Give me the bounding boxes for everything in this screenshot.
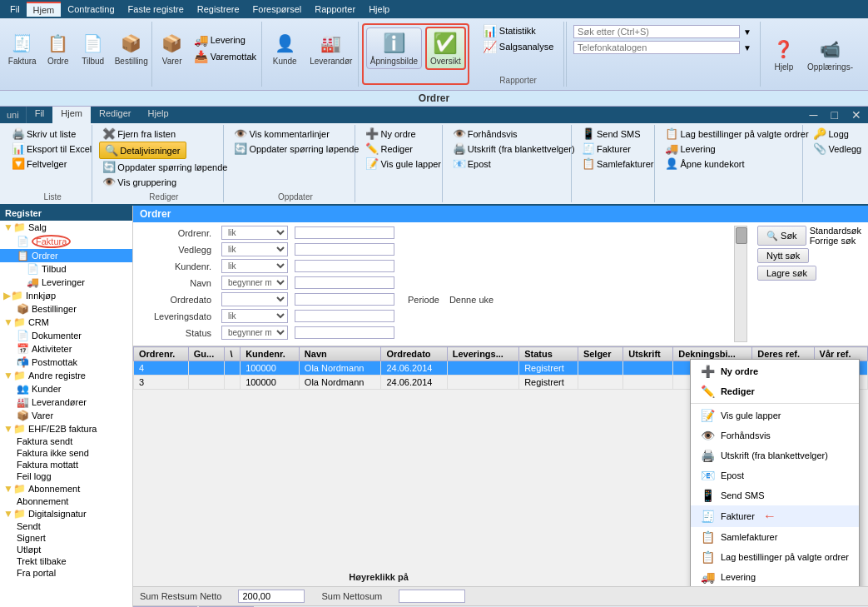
sidebar-item-signert[interactable]: Signert — [0, 532, 132, 544]
standardsok-button[interactable]: Standardsøk — [810, 226, 861, 236]
inner-tab-rediger[interactable]: Rediger — [91, 107, 140, 123]
fakturer-button[interactable]: 🧾 Fakturer — [578, 142, 634, 156]
lagre-sok-button[interactable]: Lagre søk — [757, 266, 816, 281]
fjern-fra-listen-button[interactable]: ✖️ Fjern fra listen — [99, 127, 179, 141]
window-maximize[interactable]: □ — [825, 107, 845, 123]
menu-foresporsel[interactable]: Forespørsel — [246, 2, 309, 16]
search-input-telefonkatalog[interactable] — [573, 41, 740, 54]
hjelp-button[interactable]: ❓ Hjelp — [767, 34, 801, 74]
forhandsvis-button[interactable]: 👁️ Forhåndsvis — [449, 127, 521, 141]
menu-faste-registre[interactable]: Faste registre — [122, 2, 191, 16]
sidebar-item-innkjop[interactable]: ▶📁 Innkjøp — [0, 289, 132, 302]
table-scroll[interactable]: Ordrenr. Gu... \ Kundenr. Navn Ordredato… — [133, 346, 868, 586]
status-operator[interactable]: begynner med — [221, 326, 288, 340]
menu-rapporter[interactable]: Rapporter — [308, 2, 362, 16]
samlefakturer-button[interactable]: 📋 Samlefakturer — [578, 157, 657, 171]
vedlegg-button[interactable]: 📎 Vedlegg — [810, 142, 865, 156]
skriv-ut-liste-button[interactable]: 🖨️ Skriv ut liste — [8, 127, 79, 141]
inner-tab-hjem[interactable]: Hjem — [52, 107, 91, 123]
col-utskrift[interactable]: Utskrift — [623, 347, 673, 361]
ctx-vis-gule[interactable]: 📝 Vis gule lapper — [691, 405, 859, 425]
sidebar-item-varer[interactable]: 📦 Varer — [0, 409, 132, 422]
col-ordrenr[interactable]: Ordrenr. — [134, 347, 189, 361]
sidebar-item-ordrer[interactable]: 📋 Ordrer — [0, 249, 132, 262]
sidebar-item-crm[interactable]: ▼📁 CRM — [0, 316, 132, 329]
vedlegg-value[interactable] — [295, 243, 394, 256]
sidebar-item-faktura-ikke[interactable]: Faktura ikke send — [0, 447, 132, 459]
kunde-button[interactable]: 👤 Kunde — [266, 28, 303, 68]
ctx-ny-ordre[interactable]: ➕ Ny ordre — [691, 361, 859, 381]
ordredato-operator[interactable] — [221, 292, 288, 306]
ctx-fakturer[interactable]: 🧾 Fakturer ← — [691, 505, 859, 527]
ctx-lag-bestillinger[interactable]: 📋 Lag bestillinger på valgte ordrer — [691, 547, 859, 567]
vis-kommentarlinjer-button[interactable]: 👁️ Vis kommentarlinjer — [231, 127, 332, 141]
sidebar-item-fra-portal[interactable]: Fra portal — [0, 567, 132, 579]
leveringsdato-operator[interactable]: lik — [221, 309, 288, 323]
detaljvisninger-button[interactable]: 🔍 Detaljvisninger — [99, 142, 186, 159]
navn-operator[interactable]: begynner med — [221, 276, 288, 290]
telefonkatalog-dropdown-arrow[interactable]: ▼ — [743, 43, 751, 52]
tilbud-button[interactable]: 📄 Tilbud — [77, 28, 110, 68]
ordrenr-operator[interactable]: lik — [221, 226, 288, 240]
col-navn[interactable]: Navn — [299, 347, 381, 361]
vis-gule-lapper-button[interactable]: 📝 Vis gule lapper — [362, 157, 444, 171]
sidebar-item-ehf[interactable]: ▼📁 EHF/E2B faktura — [0, 422, 132, 435]
statistikk-button[interactable]: 📊 Statistikk — [479, 23, 539, 38]
oppdater-lopende-button[interactable]: 🔄 Oppdater spørring løpende — [99, 160, 231, 174]
sidebar-item-faktura-sendt[interactable]: Faktura sendt — [0, 435, 132, 447]
ny-ordre-button[interactable]: ➕ Ny ordre — [362, 127, 419, 141]
sidebar-item-trekt[interactable]: Trekt tilbake — [0, 555, 132, 567]
col-selger[interactable]: Selger — [578, 347, 622, 361]
window-minimize[interactable]: ─ — [803, 107, 825, 123]
vedlegg-operator[interactable]: lik — [221, 242, 288, 256]
col-status[interactable]: Status — [519, 347, 578, 361]
sidebar-item-digital[interactable]: ▼📁 Digitalsignatur — [0, 507, 132, 520]
varemottak-button[interactable]: 📥 Varemottak — [191, 49, 260, 64]
send-sms-button[interactable]: 📱 Send SMS — [578, 127, 644, 141]
oversikt-button[interactable]: ✅ Oversikt — [425, 27, 466, 70]
epost-button[interactable]: 📧 Epost — [449, 157, 494, 171]
sidebar-item-tilbud[interactable]: 📄 Tilbud — [0, 262, 132, 276]
ctx-levering[interactable]: 🚚 Levering — [691, 567, 859, 586]
window-close[interactable]: ✕ — [845, 107, 868, 123]
inner-tab-hjelp[interactable]: Hjelp — [140, 107, 177, 123]
menu-registrere[interactable]: Registrere — [191, 2, 246, 16]
vis-gruppering-button[interactable]: 👁️ Vis gruppering — [99, 175, 180, 189]
sidebar-item-bestillinger[interactable]: 📦 Bestillinger — [0, 302, 132, 316]
search-input-main[interactable] — [573, 25, 740, 38]
sok-button[interactable]: 🔍 Søk — [757, 226, 806, 246]
sidebar-item-dokumenter[interactable]: 📄 Dokumenter — [0, 329, 132, 342]
feltvelger-button[interactable]: 🔽 Feltvelger — [8, 157, 70, 171]
kundenr-operator[interactable]: lik — [221, 259, 288, 273]
menu-hjem[interactable]: Hjem — [27, 2, 62, 17]
menu-hjelp[interactable]: Hjelp — [362, 2, 396, 16]
ctx-rediger[interactable]: ✏️ Rediger — [691, 381, 859, 401]
oppdater-sporing-button[interactable]: 🔄 Oppdater spørring løpende — [231, 142, 362, 156]
sidebar-item-abonnement[interactable]: Abonnement — [0, 495, 132, 507]
varer-button[interactable]: 📦 Varer — [156, 28, 189, 68]
sidebar-item-aktiviteter[interactable]: 📅 Aktiviteter — [0, 342, 132, 356]
leverandor-button[interactable]: 🏭 Leverandør — [306, 28, 355, 68]
ctx-epost[interactable]: 📧 Epost — [691, 465, 859, 485]
sidebar-item-salg[interactable]: ▼📁 Salg — [0, 221, 132, 234]
sidebar-item-abonnement-group[interactable]: ▼📁 Abonnement — [0, 482, 132, 495]
ctx-forhandsvis[interactable]: 👁️ Forhåndsvis — [691, 425, 859, 445]
sidebar-item-faktura-mottatt[interactable]: Faktura mottatt — [0, 459, 132, 470]
sidebar-item-postmottak[interactable]: 📬 Postmottak — [0, 356, 132, 369]
col-sep[interactable]: \ — [225, 347, 241, 361]
logg-button[interactable]: 🔑 Logg — [810, 127, 851, 141]
forrige-sok-button[interactable]: Forrige søk — [810, 236, 861, 246]
search-dropdown-arrow[interactable]: ▼ — [743, 27, 751, 37]
nytt-sok-button[interactable]: Nytt søk — [757, 248, 809, 263]
bestilling-button[interactable]: 📦 Bestilling — [112, 28, 151, 68]
navn-value[interactable] — [295, 276, 394, 289]
menu-contracting[interactable]: Contracting — [61, 2, 121, 16]
utskrift-blankettvelger-button[interactable]: 🖨️ Utskrift (fra blankettvelger) — [449, 142, 578, 156]
ordre-button[interactable]: 📋 Ordre — [42, 28, 75, 68]
search-scroll[interactable] — [734, 226, 747, 342]
sidebar-item-sendt[interactable]: Sendt — [0, 520, 132, 532]
col-kundenr[interactable]: Kundenr. — [241, 347, 300, 361]
col-gu[interactable]: Gu... — [188, 347, 225, 361]
sidebar-item-faktura[interactable]: 📄 Faktura — [0, 234, 132, 249]
sidebar-item-utlopt[interactable]: Utløpt — [0, 544, 132, 555]
